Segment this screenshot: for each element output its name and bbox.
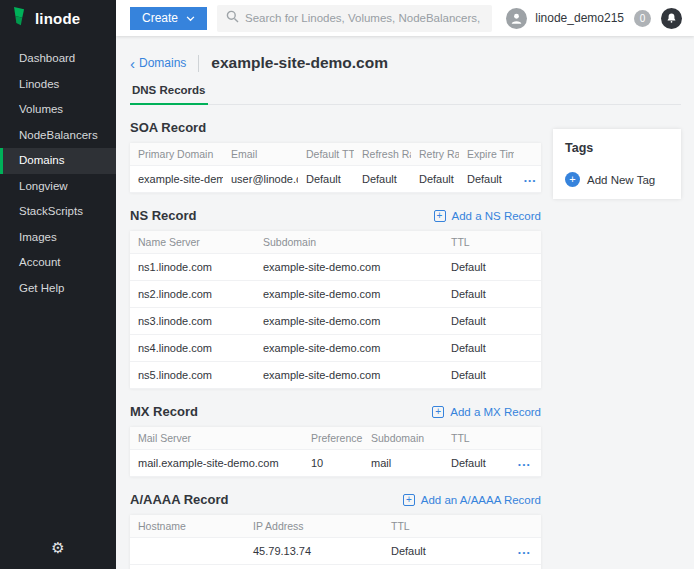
search-input[interactable] xyxy=(245,12,483,24)
tab-dns-records[interactable]: DNS Records xyxy=(130,84,208,105)
back-chevron-icon: ‹ xyxy=(130,56,135,71)
add-a-record-button[interactable]: + Add an A/AAAA Record xyxy=(403,494,541,506)
column-header: Preference xyxy=(303,427,363,450)
column-header: Mail Server xyxy=(130,427,303,450)
add-ns-record-button[interactable]: + Add a NS Record xyxy=(434,210,542,222)
topbar: Create linode_demo215 0 xyxy=(116,0,694,36)
ns-subdomain: example-site-demo.com xyxy=(255,335,443,362)
column-header: IP Address xyxy=(245,515,383,538)
ns-header-row: Name Server Subdomain TTL xyxy=(130,231,541,254)
a-ttl: Default xyxy=(383,565,498,569)
table-row: ns5.linode.com example-site-demo.com Def… xyxy=(130,362,541,389)
add-mx-record-label: Add a MX Record xyxy=(450,406,541,418)
add-new-tag-button[interactable]: + Add New Tag xyxy=(565,172,669,187)
add-new-tag-label: Add New Tag xyxy=(587,174,655,186)
column-header: TTL xyxy=(443,231,541,254)
logo-wordmark: linode xyxy=(35,10,80,27)
soa-section-header: SOA Record xyxy=(130,120,541,135)
a-heading: A/AAAA Record xyxy=(130,492,228,507)
sidebar-item-account[interactable]: Account xyxy=(0,250,116,276)
create-button-label: Create xyxy=(142,11,178,25)
user-avatar[interactable] xyxy=(506,8,527,29)
sidebar: linode Dashboard Linodes Volumes NodeBal… xyxy=(0,0,116,569)
table-row: mail.example-site-demo.com 10 mail Defau… xyxy=(130,450,541,477)
sidebar-item-images[interactable]: Images xyxy=(0,225,116,251)
mx-ttl: Default xyxy=(443,450,508,477)
mx-mail-server: mail.example-site-demo.com xyxy=(130,450,303,477)
sidebar-item-domains[interactable]: Domains xyxy=(0,148,116,174)
mx-header-row: Mail Server Preference Subdomain TTL xyxy=(130,427,541,450)
app-window: linode Dashboard Linodes Volumes NodeBal… xyxy=(0,0,694,569)
linode-logo-icon xyxy=(11,6,28,31)
chevron-down-icon xyxy=(186,11,195,25)
ns-name-server: ns5.linode.com xyxy=(130,362,255,389)
sidebar-item-volumes[interactable]: Volumes xyxy=(0,97,116,123)
main-content: ‹ Domains example-site-demo.com DNS Reco… xyxy=(116,36,694,569)
ns-table: Name Server Subdomain TTL ns1.linode.com… xyxy=(130,231,541,389)
column-header: Primary Domain xyxy=(130,143,223,166)
add-icon: + xyxy=(434,210,446,222)
mx-preference: 10 xyxy=(303,450,363,477)
column-header xyxy=(508,427,541,450)
soa-email: user@linode.com xyxy=(223,166,298,193)
sidebar-item-linodes[interactable]: Linodes xyxy=(0,72,116,98)
table-row: mail 45.79.13.74 Default ••• xyxy=(130,565,541,569)
breadcrumb-label: Domains xyxy=(139,56,186,70)
username[interactable]: linode_demo215 xyxy=(535,11,624,25)
soa-default-ttl: Default xyxy=(298,166,354,193)
sidebar-item-get-help[interactable]: Get Help xyxy=(0,276,116,302)
add-icon: + xyxy=(432,406,444,418)
tags-panel: Tags + Add New Tag xyxy=(553,129,681,199)
a-header-row: Hostname IP Address TTL xyxy=(130,515,541,538)
table-row: example-site-demo.com user@linode.com De… xyxy=(130,166,541,193)
search-bar xyxy=(217,5,492,32)
sidebar-item-longview[interactable]: Longview xyxy=(0,174,116,200)
sidebar-item-nodebalancers[interactable]: NodeBalancers xyxy=(0,123,116,149)
soa-retry-rate: Default xyxy=(411,166,459,193)
column-header: Retry Rate xyxy=(411,143,459,166)
table-row: ns4.linode.com example-site-demo.com Def… xyxy=(130,335,541,362)
table-row: ns1.linode.com example-site-demo.com Def… xyxy=(130,254,541,281)
notification-count-badge[interactable]: 0 xyxy=(634,10,651,27)
a-section-header: A/AAAA Record + Add an A/AAAA Record xyxy=(130,492,541,507)
column-header: Refresh Rate xyxy=(354,143,411,166)
linode-logo[interactable]: linode xyxy=(0,0,116,36)
settings-gear-icon[interactable]: ⚙ xyxy=(0,539,116,557)
mx-subdomain: mail xyxy=(363,450,443,477)
add-icon: + xyxy=(403,494,415,506)
create-button[interactable]: Create xyxy=(130,7,207,30)
column-header: Email xyxy=(223,143,298,166)
search-icon xyxy=(226,9,239,27)
ns-name-server: ns2.linode.com xyxy=(130,281,255,308)
a-ip-address: 45.79.13.74 xyxy=(245,565,383,569)
ns-section-header: NS Record + Add a NS Record xyxy=(130,208,541,223)
mx-table: Mail Server Preference Subdomain TTL mai… xyxy=(130,427,541,477)
add-mx-record-button[interactable]: + Add a MX Record xyxy=(432,406,541,418)
sidebar-item-dashboard[interactable]: Dashboard xyxy=(0,46,116,72)
ns-ttl: Default xyxy=(443,308,541,335)
row-actions-menu-icon[interactable]: ••• xyxy=(516,460,533,469)
row-actions-menu-icon[interactable]: ••• xyxy=(516,548,533,557)
column-header: Expire Time xyxy=(459,143,514,166)
column-header xyxy=(514,143,541,166)
a-hostname xyxy=(130,538,245,565)
column-header: Subdomain xyxy=(255,231,443,254)
page-title: example-site-demo.com xyxy=(211,54,388,72)
ns-heading: NS Record xyxy=(130,208,196,223)
tags-heading: Tags xyxy=(565,141,669,155)
soa-heading: SOA Record xyxy=(130,120,206,135)
ns-ttl: Default xyxy=(443,362,541,389)
table-row: ns2.linode.com example-site-demo.com Def… xyxy=(130,281,541,308)
sidebar-item-stackscripts[interactable]: StackScripts xyxy=(0,199,116,225)
ns-subdomain: example-site-demo.com xyxy=(255,254,443,281)
ns-ttl: Default xyxy=(443,335,541,362)
table-row: 45.79.13.74 Default ••• xyxy=(130,538,541,565)
notifications-bell-icon[interactable] xyxy=(661,8,682,29)
column-header: Subdomain xyxy=(363,427,443,450)
breadcrumb-back-link[interactable]: ‹ Domains xyxy=(130,56,186,71)
row-actions-menu-icon[interactable]: ••• xyxy=(522,176,539,185)
plus-circle-icon: + xyxy=(565,172,580,187)
add-ns-record-label: Add a NS Record xyxy=(452,210,542,222)
ns-subdomain: example-site-demo.com xyxy=(255,362,443,389)
soa-refresh-rate: Default xyxy=(354,166,411,193)
